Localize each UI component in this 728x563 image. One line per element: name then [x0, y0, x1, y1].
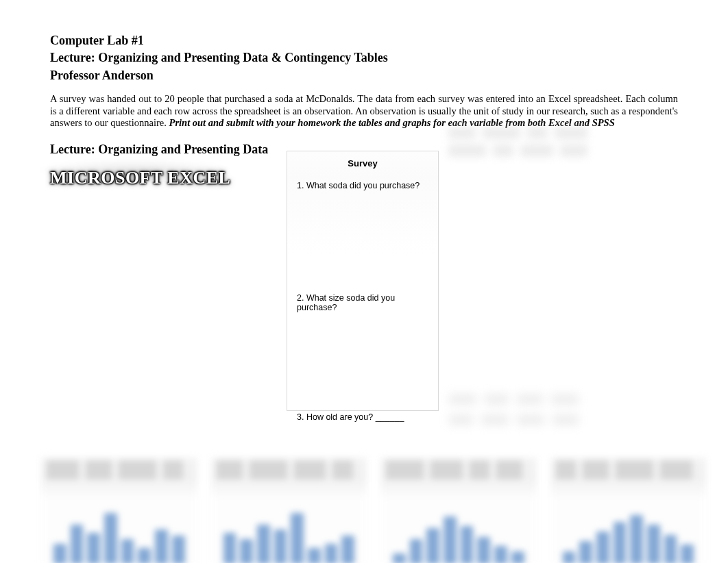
blurred-chart-3 [380, 458, 537, 563]
excel-label: MICROSOFT EXCEL [50, 168, 678, 188]
blurred-chart-2 [211, 458, 367, 563]
survey-question-2: 2. What size soda did you purchase? [297, 293, 428, 312]
blurred-chart-1 [41, 458, 197, 563]
survey-box: Survey 1. What soda did you purchase? 2.… [287, 151, 439, 411]
heading-line-3: Professor Anderson [50, 68, 678, 84]
heading-line-2: Lecture: Organizing and Presenting Data … [50, 50, 678, 66]
intro-paragraph: A survey was handed out to 20 people tha… [50, 93, 678, 129]
blurred-chart-4 [550, 458, 707, 563]
survey-question-3: 3. How old are you? ______ [297, 412, 428, 422]
blurred-charts-strip [41, 458, 706, 563]
heading-line-1: Computer Lab #1 [50, 33, 678, 49]
survey-title: Survey [297, 158, 428, 168]
blurred-panel-right-mid [449, 394, 620, 428]
